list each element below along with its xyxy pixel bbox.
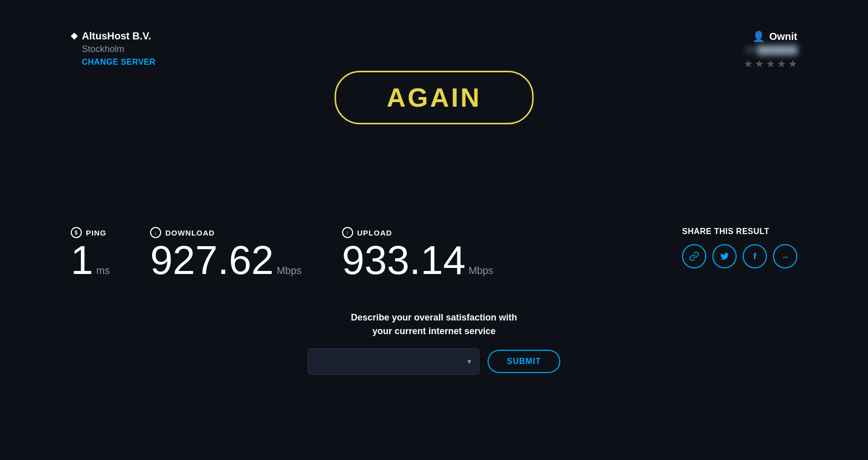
ping-label: PING — [86, 228, 107, 237]
upload-label: UPLOAD — [357, 228, 392, 237]
share-link-button[interactable] — [682, 244, 706, 268]
share-facebook-button[interactable]: f — [743, 244, 767, 268]
user-stars: ★ ★ ★ ★ ★ — [744, 58, 797, 70]
satisfaction-prompt: Describe your overall satisfaction with … — [351, 311, 517, 338]
server-info: AltusHost B.V. Stockholm CHANGE SERVER — [71, 30, 156, 67]
satisfaction-line1: Describe your overall satisfaction with — [351, 311, 517, 325]
download-label-row: ↓ DOWNLOAD — [150, 227, 302, 238]
share-more-button[interactable]: ··· — [773, 244, 797, 268]
star-3: ★ — [766, 58, 775, 70]
satisfaction-section: Describe your overall satisfaction with … — [308, 311, 560, 375]
change-server-button[interactable]: CHANGE SERVER — [82, 58, 156, 67]
star-5: ★ — [788, 58, 797, 70]
upload-value: 933.14 — [342, 240, 466, 281]
again-label: AGAIN — [387, 83, 481, 112]
top-bar: AltusHost B.V. Stockholm CHANGE SERVER A… — [0, 30, 868, 70]
metrics-row: $ PING 1 ms ↓ DOWNLOAD 927.62 Mbps ↑ UPL — [0, 227, 868, 281]
share-label: SHARE THIS RESULT — [682, 227, 797, 236]
ping-value: 1 — [71, 240, 93, 281]
user-info: 👤 Ownit 84.███████ ★ ★ ★ ★ ★ — [744, 30, 797, 70]
download-value-row: 927.62 Mbps — [150, 240, 302, 281]
user-icon: 👤 — [752, 30, 765, 42]
server-location: Stockholm — [82, 44, 156, 55]
server-name-row: AltusHost B.V. — [71, 30, 156, 42]
upload-metric: ↑ UPLOAD 933.14 Mbps — [342, 227, 494, 281]
upload-label-row: ↑ UPLOAD — [342, 227, 494, 238]
share-icons-row: f ··· — [682, 244, 797, 268]
server-provider-icon — [71, 33, 78, 40]
star-2: ★ — [755, 58, 764, 70]
ping-icon: $ — [71, 227, 82, 238]
star-1: ★ — [744, 58, 753, 70]
facebook-icon: f — [753, 251, 756, 262]
download-value: 927.62 — [150, 240, 274, 281]
download-icon: ↓ — [150, 227, 161, 238]
download-metric: ↓ DOWNLOAD 927.62 Mbps — [150, 227, 302, 281]
again-button[interactable]: AGAIN — [334, 71, 534, 124]
satisfaction-controls: Very Satisfied Satisfied Neutral Dissati… — [308, 348, 560, 375]
ping-label-row: $ PING — [71, 227, 110, 238]
user-ip: 84.███████ — [746, 45, 797, 55]
submit-button[interactable]: SUBMIT — [488, 350, 560, 373]
star-4: ★ — [777, 58, 786, 70]
user-name-row: 👤 Ownit — [752, 30, 797, 42]
ping-metric: $ PING 1 ms — [71, 227, 110, 281]
upload-icon: ↑ — [342, 227, 353, 238]
share-twitter-button[interactable] — [712, 244, 737, 268]
share-section: SHARE THIS RESULT f ··· — [682, 227, 797, 268]
download-label: DOWNLOAD — [165, 228, 215, 237]
satisfaction-line2: your current internet service — [351, 325, 517, 338]
ping-unit: ms — [97, 265, 110, 277]
upload-value-row: 933.14 Mbps — [342, 240, 494, 281]
satisfaction-select-wrapper: Very Satisfied Satisfied Neutral Dissati… — [308, 348, 479, 375]
user-name: Ownit — [769, 31, 797, 42]
more-icon: ··· — [783, 251, 788, 262]
main-content: $ PING 1 ms ↓ DOWNLOAD 927.62 Mbps ↑ UPL — [0, 197, 868, 375]
upload-unit: Mbps — [468, 265, 493, 277]
download-unit: Mbps — [277, 265, 302, 277]
satisfaction-select[interactable]: Very Satisfied Satisfied Neutral Dissati… — [308, 348, 479, 375]
ping-value-row: 1 ms — [71, 240, 110, 281]
server-provider: AltusHost B.V. — [82, 30, 151, 42]
